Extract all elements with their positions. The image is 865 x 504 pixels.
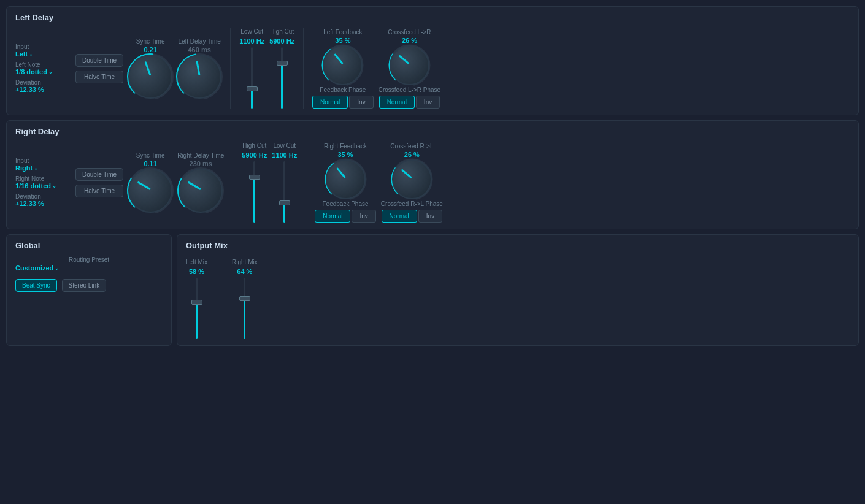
right-mix-slider-group: Right Mix 64 % — [232, 259, 258, 339]
left-high-cut-slider-group: High Cut 5900 Hz — [269, 28, 294, 109]
left-feedback-knob[interactable] — [323, 45, 363, 85]
right-low-cut-slider-group: Low Cut 1100 Hz — [272, 142, 297, 223]
right-feedback-phase-normal-button[interactable]: Normal — [315, 210, 350, 223]
right-low-cut-label: Low Cut — [273, 142, 296, 149]
left-delay-time-knob[interactable] — [177, 55, 221, 99]
right-sync-time-knob-group: Sync Time 0.11 — [128, 152, 172, 213]
left-note-label: Left Note — [15, 61, 40, 68]
low-cut-label: Low Cut — [240, 28, 263, 35]
crossfeed-lr-phase-inv-button[interactable]: Inv — [416, 96, 440, 109]
left-delay-title: Left Delay — [15, 13, 850, 22]
right-deviation-value: +12.33 % — [15, 200, 44, 207]
beat-sync-button[interactable]: Beat Sync — [15, 279, 57, 292]
left-delay-section: Left Delay Input Left ⌄ Left Note 1/8 do… — [6, 6, 859, 115]
output-mix-title: Output Mix — [186, 241, 850, 250]
global-title: Global — [15, 241, 163, 250]
feedback-phase-inv-button[interactable]: Inv — [349, 96, 373, 109]
right-delay-time-label: Right Delay Time — [177, 152, 224, 159]
crossfeed-rl-knob-group: Crossfeed R->L 26 % Crossfeed R->L Phase… — [381, 143, 443, 223]
right-note-label: Right Note — [15, 175, 44, 182]
right-delay-time-knob-group: Right Delay Time 230 ms — [177, 152, 224, 213]
left-high-cut-slider[interactable] — [281, 47, 283, 109]
left-mix-slider[interactable] — [196, 278, 198, 339]
double-time-button[interactable]: Double Time — [75, 54, 123, 67]
feedback-phase-normal-button[interactable]: Normal — [312, 96, 348, 109]
crossfeed-rl-knob[interactable] — [392, 159, 432, 199]
left-sync-time-knob[interactable] — [128, 55, 172, 99]
right-input-label: Input — [15, 158, 29, 164]
right-feedback-phase-group: Feedback Phase Normal Inv — [315, 200, 376, 223]
right-feedback-knob[interactable] — [326, 159, 366, 199]
left-sync-time-knob-group: Sync Time 0.21 — [128, 38, 172, 99]
left-low-cut-slider-group: Low Cut 1100 Hz — [239, 28, 264, 109]
crossfeed-lr-phase-normal-button[interactable]: Normal — [379, 96, 415, 109]
right-delay-section: Right Delay Input Right ⌄ Right Note 1/1… — [6, 120, 859, 229]
crossfeed-lr-knob[interactable] — [390, 45, 429, 85]
right-note-value[interactable]: 1/16 dotted ⌄ — [15, 182, 56, 189]
right-feedback-phase-inv-button[interactable]: Inv — [352, 210, 375, 223]
output-mix-section: Output Mix Left Mix 58 % Right Mix 64 % — [177, 234, 859, 346]
input-label: Input — [15, 44, 29, 50]
right-halve-time-button[interactable]: Halve Time — [75, 185, 123, 197]
right-feedback-knob-group: Right Feedback 35 % Feedback Phase Norma… — [315, 143, 376, 223]
routing-preset-label: Routing Preset — [15, 256, 163, 263]
right-high-cut-slider-group: High Cut 5900 Hz — [242, 142, 267, 223]
halve-time-button[interactable]: Halve Time — [75, 71, 123, 83]
right-mix-value: 64 % — [237, 268, 252, 275]
right-low-cut-slider[interactable] — [283, 161, 285, 223]
crossfeed-lr-knob-group: Crossfeed L->R 26 % Crossfeed L->R Phase… — [379, 29, 440, 109]
low-cut-value: 1100 Hz — [239, 37, 264, 45]
stereo-link-button[interactable]: Stereo Link — [62, 279, 107, 292]
left-feedback-label: Left Feedback — [323, 29, 362, 36]
left-low-cut-slider[interactable] — [251, 47, 253, 109]
deviation-label: Deviation — [15, 79, 41, 86]
right-high-cut-slider[interactable] — [253, 161, 255, 223]
left-note-value[interactable]: 1/8 dotted ⌄ — [15, 68, 53, 75]
right-high-cut-label: High Cut — [242, 142, 266, 149]
right-delay-time-knob[interactable] — [179, 169, 223, 213]
right-mix-slider[interactable] — [244, 278, 245, 339]
right-mix-label: Right Mix — [232, 259, 258, 265]
right-deviation-label: Deviation — [15, 193, 41, 200]
crossfeed-lr-label: Crossfeed L->R — [388, 29, 431, 36]
left-feedback-phase-group: Feedback Phase Normal Inv — [312, 86, 374, 109]
high-cut-value: 5900 Hz — [269, 37, 294, 45]
delay-time-label: Left Delay Time — [178, 38, 220, 45]
global-section: Global Routing Preset Customized ⌄ Beat … — [6, 234, 172, 346]
right-delay-title: Right Delay — [15, 127, 850, 136]
input-value[interactable]: Left ⌄ — [15, 50, 33, 58]
crossfeed-lr-phase-group: Crossfeed L->R Phase Normal Inv — [379, 86, 440, 109]
sync-time-label: Sync Time — [136, 38, 165, 45]
left-mix-value: 58 % — [189, 268, 204, 275]
right-sync-time-knob[interactable] — [128, 169, 172, 213]
right-high-cut-value: 5900 Hz — [242, 151, 267, 159]
high-cut-label: High Cut — [270, 28, 294, 35]
right-sync-time-label: Sync Time — [136, 152, 165, 159]
routing-preset-value[interactable]: Customized ⌄ — [15, 264, 163, 272]
right-double-time-button[interactable]: Double Time — [75, 168, 123, 181]
left-mix-label: Left Mix — [186, 259, 207, 265]
crossfeed-rl-label: Crossfeed R->L — [390, 143, 433, 150]
left-delay-time-knob-group: Left Delay Time 460 ms — [177, 38, 221, 99]
deviation-value: +12.33 % — [15, 86, 44, 93]
crossfeed-rl-phase-normal-button[interactable]: Normal — [382, 210, 417, 223]
crossfeed-rl-phase-group: Crossfeed R->L Phase Normal Inv — [381, 200, 443, 223]
right-low-cut-value: 1100 Hz — [272, 151, 297, 159]
right-feedback-label: Right Feedback — [324, 143, 367, 150]
right-input-value[interactable]: Right ⌄ — [15, 164, 38, 172]
left-mix-slider-group: Left Mix 58 % — [186, 259, 207, 339]
left-feedback-knob-group: Left Feedback 35 % Feedback Phase Normal… — [312, 29, 374, 109]
crossfeed-rl-phase-inv-button[interactable]: Inv — [418, 210, 442, 223]
